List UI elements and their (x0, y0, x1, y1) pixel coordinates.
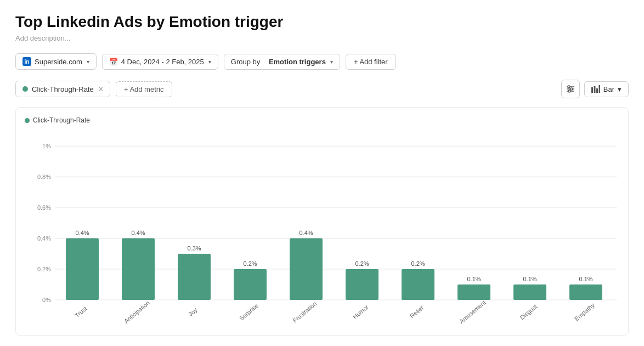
group-by-value: Emotion triggers (269, 58, 326, 66)
svg-text:0.1%: 0.1% (467, 276, 481, 282)
chart-options-button[interactable] (561, 80, 580, 98)
svg-text:Empathy: Empathy (573, 302, 596, 322)
svg-text:0.4%: 0.4% (131, 230, 145, 236)
source-filter-button[interactable]: in Superside.com ▾ (15, 53, 97, 70)
svg-text:Relief: Relief (409, 304, 425, 320)
svg-text:Humor: Humor (352, 304, 370, 321)
legend-dot (25, 118, 30, 123)
chevron-down-icon: ▾ (330, 59, 333, 65)
chart-type-label: Bar (603, 85, 614, 93)
bar-relief (402, 269, 434, 300)
bar-empathy (569, 284, 602, 300)
chevron-down-icon: ▾ (87, 59, 89, 65)
svg-rect-7 (594, 86, 595, 93)
svg-text:0.1%: 0.1% (523, 276, 536, 282)
chart-controls: Bar ▾ (561, 80, 629, 98)
metrics-row: Click-Through-Rate × + Add metric Bar (15, 80, 629, 98)
svg-text:0.1%: 0.1% (579, 276, 592, 282)
add-metric-label: + Add metric (124, 85, 164, 93)
chart-legend: Click-Through-Rate (25, 116, 619, 124)
bar-surprise (234, 269, 267, 300)
svg-rect-6 (591, 87, 593, 93)
svg-text:Surprise: Surprise (238, 302, 259, 322)
bar-chart-icon (591, 85, 600, 93)
svg-text:1%: 1% (42, 143, 51, 149)
remove-metric-button[interactable]: × (99, 85, 103, 93)
bar-chart-svg: 1% 0.8% 0.6% 0.4% 0.2% 0% 0.4% Trust 0.4… (25, 130, 623, 327)
svg-text:Disgust: Disgust (519, 303, 539, 321)
filters-row: in Superside.com ▾ 📅 4 Dec, 2024 - 2 Feb… (15, 53, 629, 70)
active-metric-tag: Click-Through-Rate × (15, 81, 110, 97)
group-by-prefix: Group by (231, 58, 260, 66)
chart-area: Click-Through-Rate 1% 0.8% 0.6% 0.4% 0.2… (15, 107, 629, 336)
date-range-label: 4 Dec, 2024 - 2 Feb, 2025 (121, 58, 204, 66)
svg-text:0.4%: 0.4% (75, 230, 89, 236)
svg-text:0.2%: 0.2% (355, 260, 369, 267)
svg-rect-9 (598, 85, 600, 93)
chart-type-button[interactable]: Bar ▾ (584, 81, 629, 97)
svg-point-5 (568, 90, 570, 92)
svg-text:Trust: Trust (74, 305, 88, 319)
bar-joy (178, 254, 211, 300)
chevron-down-icon: ▾ (618, 85, 622, 93)
svg-point-3 (568, 86, 570, 88)
svg-text:Amusement: Amusement (458, 299, 487, 325)
svg-text:0.2%: 0.2% (37, 266, 51, 272)
bar-disgust (513, 284, 546, 300)
svg-rect-8 (596, 88, 598, 93)
svg-text:0%: 0% (42, 297, 51, 303)
metric-color-dot (22, 86, 28, 92)
linkedin-icon: in (22, 57, 31, 66)
add-filter-button[interactable]: + Add filter (346, 54, 396, 70)
bar-amusement (457, 284, 490, 300)
bar-anticipation (122, 238, 155, 300)
svg-text:0.4%: 0.4% (299, 230, 313, 236)
chevron-down-icon: ▾ (208, 59, 211, 65)
chart-svg-container: 1% 0.8% 0.6% 0.4% 0.2% 0% 0.4% Trust 0.4… (25, 130, 619, 330)
svg-text:Anticipation: Anticipation (123, 299, 151, 325)
legend-label: Click-Through-Rate (33, 116, 90, 124)
page-title: Top Linkedin Ads by Emotion trigger (15, 13, 629, 31)
sliders-icon (566, 84, 575, 94)
svg-text:0.2%: 0.2% (243, 260, 257, 267)
bar-humor (346, 269, 379, 300)
svg-text:0.6%: 0.6% (37, 204, 51, 211)
calendar-icon: 📅 (109, 58, 118, 66)
svg-text:0.4%: 0.4% (37, 235, 51, 242)
svg-text:0.8%: 0.8% (37, 174, 51, 180)
date-range-filter-button[interactable]: 📅 4 Dec, 2024 - 2 Feb, 2025 ▾ (102, 54, 218, 70)
group-by-filter-button[interactable]: Group by Emotion triggers ▾ (224, 54, 340, 70)
page-subtitle[interactable]: Add description... (15, 34, 629, 42)
source-label: Superside.com (35, 58, 82, 66)
svg-text:0.2%: 0.2% (411, 260, 425, 267)
svg-text:0.3%: 0.3% (187, 245, 201, 252)
svg-point-4 (570, 88, 573, 90)
add-metric-button[interactable]: + Add metric (116, 81, 172, 97)
bar-trust (66, 238, 99, 300)
metric-label: Click-Through-Rate (32, 85, 94, 93)
svg-text:Joy: Joy (187, 306, 199, 318)
svg-text:Frustration: Frustration (291, 300, 318, 323)
bar-frustration (290, 238, 323, 300)
add-filter-label: + Add filter (354, 58, 388, 66)
